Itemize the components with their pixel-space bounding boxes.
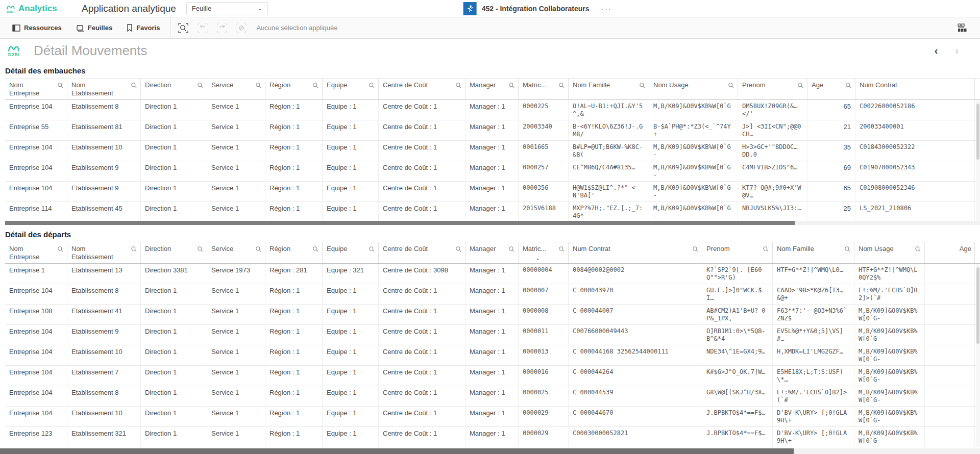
table-cell[interactable]: 0000356 <box>519 182 569 201</box>
table-cell[interactable]: HTF+G**Z!]^WMQ\L0QY2$% <box>854 264 925 284</box>
table-cell[interactable]: Equipe : 1 <box>323 161 379 181</box>
search-icon[interactable] <box>508 82 515 89</box>
table-cell[interactable]: Centre de Coût : 1 <box>379 345 465 365</box>
table-cell[interactable]: C01843000052322 <box>855 141 975 161</box>
search-icon[interactable] <box>57 82 64 89</box>
table-cell[interactable]: 0000016 <box>519 366 569 386</box>
table-cell[interactable]: Service 1 <box>207 386 265 406</box>
table-cell[interactable]: Equipe : 321 <box>323 264 379 284</box>
table-cell[interactable]: Région : 1 <box>265 366 323 386</box>
table-cell[interactable]: Equipe : 1 <box>323 407 379 426</box>
table-cell[interactable]: Manager : 1 <box>465 305 519 324</box>
table-cell[interactable]: Manager : 1 <box>465 141 519 161</box>
table-cell[interactable]: O!AL=U-B1:+QJI.&Y'5^,& <box>569 100 649 120</box>
table-cell[interactable]: M,B/K09]&O0V$KB%W[0`G- <box>854 305 925 324</box>
table-cell[interactable]: Service 1 <box>207 325 265 345</box>
table-cell[interactable]: Direction 1 <box>141 284 207 304</box>
table-cell[interactable]: EV5L%@*+Y&0;5]\VS]#… <box>773 325 854 345</box>
previous-sheet-button[interactable]: ‹ <box>935 45 938 57</box>
table-cell[interactable]: M,B/K09]&O0V$KB%W[0`G- <box>854 325 925 345</box>
table-cell[interactable]: Entreprise 104 <box>5 407 67 426</box>
column-header[interactable]: Matric... <box>519 79 569 99</box>
table-cell[interactable]: Etablissement 8 <box>67 284 141 304</box>
view-selector-dropdown[interactable]: Feuille ⌄ <box>186 2 268 15</box>
table-cell[interactable] <box>925 305 975 324</box>
table-cell[interactable]: Manager : 1 <box>465 202 519 221</box>
table-cell[interactable]: Région : 1 <box>265 345 323 365</box>
table-cell[interactable]: C01907000052343 <box>855 161 975 181</box>
table-cell[interactable]: H>3>GC+'"8DDOC… DD.0 <box>738 141 807 161</box>
column-header[interactable]: Manager <box>465 242 519 263</box>
search-icon[interactable] <box>255 246 262 253</box>
table-cell[interactable]: Equipe : 1 <box>323 120 379 140</box>
table-cell[interactable]: AB#CM2)A1'B+U? 0P&_1PX, <box>702 305 773 324</box>
table-cell[interactable]: Région : 1 <box>265 427 323 447</box>
column-header[interactable]: Num Contrat <box>569 242 702 263</box>
smart-search-button[interactable] <box>176 21 191 35</box>
table-cell[interactable]: Direction 1 <box>141 120 207 140</box>
column-header[interactable]: Nom Etablissement <box>67 242 141 263</box>
search-icon[interactable] <box>197 82 204 89</box>
table-cell[interactable]: Manager : 1 <box>465 161 519 181</box>
column-header[interactable]: Direction <box>141 242 207 263</box>
table-cell[interactable]: Etablissement 8 <box>67 386 141 406</box>
table-cell[interactable]: Région : 1 <box>265 141 323 161</box>
table-cell[interactable]: Centre de Coût : 3098 <box>379 264 465 284</box>
table-cell[interactable] <box>925 264 975 284</box>
table-cell[interactable]: Centre de Coût : 1 <box>379 305 465 324</box>
table-cell[interactable]: M,B/K09]&O0V$KB%W[0`G- <box>649 202 738 221</box>
table-cell[interactable]: Région : 1 <box>265 284 323 304</box>
table-cell[interactable]: J.BPBKTO$4*==F$… <box>702 407 773 426</box>
column-header[interactable]: Prenom <box>738 79 807 99</box>
column-header[interactable]: Nom Famille <box>569 79 649 99</box>
table-cell[interactable]: Direction 1 <box>141 407 207 426</box>
table-cell[interactable]: Service 1 <box>207 407 265 426</box>
search-icon[interactable] <box>312 246 319 253</box>
table-cell[interactable]: B#LP=@UT;B6KW-%K8C-&8( <box>569 141 649 161</box>
table-cell[interactable]: 0000013 <box>519 345 569 365</box>
table-cell[interactable]: Région : 1 <box>265 120 323 140</box>
search-icon[interactable] <box>255 82 262 89</box>
table-cell[interactable]: Région : 1 <box>265 202 323 221</box>
table-cell[interactable]: C 000044264 <box>569 366 702 386</box>
table-cell[interactable]: 20003340 <box>519 120 569 140</box>
current-app-name[interactable]: 452 - Intégration Collaborateurs <box>482 5 590 13</box>
table-cell[interactable]: D'BV-K\URY> [;0!GLA9H\+ <box>773 427 854 447</box>
table-cell[interactable]: Centre de Coût : 1 <box>379 325 465 345</box>
search-icon[interactable] <box>844 246 851 253</box>
table-cell[interactable]: NBJUVSLK5%\JI3:… <box>738 202 807 221</box>
table-cell[interactable]: Etablissement 13 <box>67 264 141 284</box>
table-cell[interactable]: M,B/K09]&O0V$KB%W[0`G- <box>649 141 738 161</box>
table-cell[interactable]: 0000025 <box>519 386 569 406</box>
table-cell[interactable]: Equipe : 1 <box>323 345 379 365</box>
table-cell[interactable]: Entreprise 123 <box>5 427 67 447</box>
table-cell[interactable]: Région : 1 <box>265 100 323 120</box>
search-icon[interactable] <box>131 246 137 253</box>
table-cell[interactable]: Manager : 1 <box>465 264 519 284</box>
table-cell[interactable]: Etablissement 10 <box>67 141 141 161</box>
table-cell[interactable]: Centre de Coût : 1 <box>379 100 465 120</box>
table-cell[interactable]: Centre de Coût : 1 <box>379 407 465 426</box>
table-cell[interactable]: Etablissement 10 <box>67 345 141 365</box>
table-cell[interactable]: KT7? Q@#;9#0+X'W@V… <box>738 182 807 201</box>
table-cell[interactable]: HTF+G**Z!]^WMQ\L0… <box>773 264 854 284</box>
clear-selections-button[interactable] <box>234 21 249 35</box>
table-cell[interactable]: M,B/K09]&O0V$KB%W[0`G- <box>854 345 925 365</box>
table-cell[interactable]: Direction 1 <box>141 325 207 345</box>
table-cell[interactable]: 65 <box>807 182 855 201</box>
app-icon[interactable] <box>463 2 477 15</box>
search-icon[interactable] <box>639 82 646 89</box>
table-cell[interactable]: Centre de Coût : 1 <box>379 161 465 181</box>
table-cell[interactable]: Direction 1 <box>141 386 207 406</box>
table-cell[interactable]: Région : 1 <box>265 407 323 426</box>
horizontal-scrollbar[interactable] <box>5 221 980 225</box>
table-cell[interactable]: Etablissement 81 <box>67 120 141 140</box>
table-cell[interactable]: Centre de Coût : 1 <box>379 141 465 161</box>
table-cell[interactable]: K#$G>J"O_OK.7]W… <box>702 366 773 386</box>
search-icon[interactable] <box>131 82 137 89</box>
table-cell[interactable]: Service 1 <box>207 141 265 161</box>
table-cell[interactable]: C00030000052821 <box>569 427 702 447</box>
column-header[interactable]: Direction <box>141 79 207 99</box>
column-header[interactable]: Matric...▲ <box>519 242 569 263</box>
table-cell[interactable]: Equipe : 1 <box>323 305 379 324</box>
